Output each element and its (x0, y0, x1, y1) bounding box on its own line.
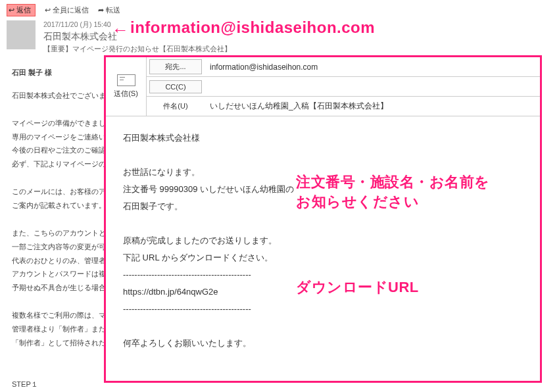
compose-line: 何卒よろしくお願いいたします。 (123, 335, 523, 352)
date: 2017/11/20 (月) 15:40 (43, 20, 231, 30)
compose-line: 原稿が完成しましたのでお送りします。 (123, 232, 523, 249)
reply-all-button[interactable]: ↩ 全員に返信 (45, 4, 89, 16)
avatar (7, 20, 36, 49)
reply-all-label: 全員に返信 (53, 5, 89, 15)
divider: ----------------------------------------… (123, 266, 523, 283)
download-url: https://dtbn.jp/64nqwG2e (123, 283, 523, 301)
to-button[interactable]: 宛先... (149, 59, 202, 74)
divider: ----------------------------------------… (123, 301, 523, 318)
compose-line: 下記 URL からダウンロードください。 (123, 249, 523, 266)
subject-label: 件名(U) (149, 99, 202, 113)
subject-field[interactable]: いしだせいほん幼稚園_入稿【石田製本株式会社】 (205, 101, 540, 112)
forward-button[interactable]: ➦ 転送 (98, 4, 120, 16)
compose-line: 注文番号 99990309 いしだせいほん幼稚園の (123, 181, 523, 198)
compose-line: お世話になります。 (123, 164, 523, 181)
toolbar: ↩ 返信 ↩ 全員に返信 ➦ 転送 (7, 4, 552, 16)
to-field[interactable]: information@ishidaseihon.com (205, 62, 540, 72)
subject: 【重要】マイページ発行のお知らせ【石田製本株式会社】 (43, 44, 231, 54)
reply-label: 返信 (16, 5, 31, 15)
compose-line: 石田製本株式会社様 (123, 130, 523, 147)
envelope-icon (117, 74, 135, 86)
send-button[interactable]: 送信(S) (106, 57, 147, 116)
cc-button[interactable]: CC(C) (149, 80, 202, 93)
compose-window: 送信(S) 宛先... information@ishidaseihon.com… (104, 55, 542, 383)
send-label: 送信(S) (114, 89, 138, 99)
compose-body[interactable]: 石田製本株式会社様 お世話になります。 注文番号 99990309 いしだせいほ… (106, 116, 540, 365)
from: 石田製本株式会社 (43, 31, 231, 43)
reply-button[interactable]: ↩ 返信 (7, 4, 36, 16)
forward-label: 転送 (106, 5, 120, 15)
compose-line: 石田製子です。 (123, 198, 523, 215)
message-header: 2017/11/20 (月) 15:40 石田製本株式会社 【重要】マイページ発… (7, 20, 552, 54)
